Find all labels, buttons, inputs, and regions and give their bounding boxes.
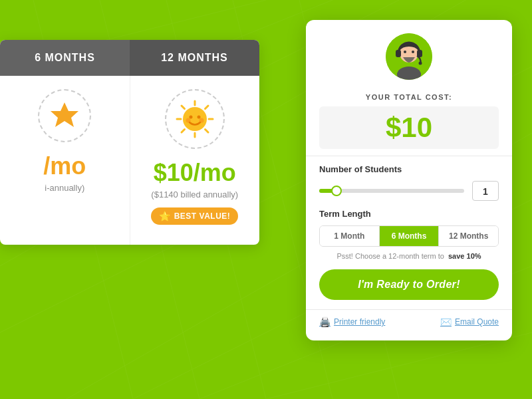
- star-icon-container: [38, 89, 91, 142]
- printer-icon: 🖨️: [319, 317, 331, 327]
- 6months-header: 6 MONTHS: [0, 40, 130, 76]
- support-avatar-icon: [386, 33, 432, 80]
- slider-row: 1: [319, 181, 499, 201]
- total-cost-value: $10: [319, 106, 499, 149]
- term-6months-button[interactable]: 6 Months: [380, 226, 440, 246]
- 12months-header: 12 MONTHS: [130, 40, 259, 76]
- svg-line-24: [182, 130, 185, 133]
- pricing-body: /mo i-annually): [0, 76, 259, 245]
- svg-line-21: [182, 106, 185, 109]
- printer-friendly-text: Printer friendly: [334, 317, 385, 327]
- 12months-price: $10/mo: [140, 159, 250, 187]
- printer-friendly-link[interactable]: 🖨️ Printer friendly: [319, 317, 385, 327]
- term-section: Term Length 1 Month 6 Months 12 Months P…: [306, 209, 512, 260]
- save-hint-text: Psst! Choose a 12-month term to: [336, 252, 444, 260]
- slider-track[interactable]: [319, 189, 464, 193]
- save-hint: Psst! Choose a 12-month term to save 10%: [319, 252, 499, 260]
- svg-point-36: [419, 62, 422, 65]
- divider-1: [306, 156, 512, 156]
- order-panel: YOUR TOTAL COST: $10 Number of Students …: [306, 20, 512, 340]
- svg-point-32: [404, 51, 406, 53]
- term-buttons-group: 1 Month 6 Months 12 Months: [319, 225, 499, 247]
- 12months-col: $10/mo ($1140 billed annually) ⭐ BEST VA…: [130, 76, 260, 245]
- sun-icon-container: [165, 89, 225, 149]
- term-12months-button[interactable]: 12 Months: [439, 226, 498, 246]
- svg-line-13: [266, 332, 532, 399]
- svg-point-28: [199, 118, 203, 123]
- pricing-table: 6 MONTHS 12 MONTHS /mo i-annually): [0, 40, 259, 245]
- best-value-text: BEST VALUE!: [174, 211, 231, 221]
- svg-point-27: [186, 118, 190, 123]
- 6months-label: 6 MONTHS: [35, 52, 95, 63]
- svg-marker-15: [51, 102, 78, 127]
- svg-line-22: [205, 130, 208, 133]
- pricing-headers: 6 MONTHS 12 MONTHS: [0, 40, 259, 76]
- slider-value-display[interactable]: 1: [472, 181, 499, 201]
- term-label: Term Length: [319, 209, 499, 219]
- sun-icon: [174, 98, 215, 140]
- slider-thumb[interactable]: [331, 186, 342, 196]
- svg-point-33: [412, 51, 414, 53]
- panel-footer: 🖨️ Printer friendly ✉️ Email Quote: [306, 317, 512, 327]
- 12months-sub: ($1140 billed annually): [140, 190, 250, 200]
- term-1month-button[interactable]: 1 Month: [320, 226, 380, 246]
- avatar: [386, 33, 432, 80]
- 12months-label: 12 MONTHS: [161, 52, 228, 63]
- order-button[interactable]: I'm Ready to Order!: [319, 269, 499, 300]
- total-cost-label: YOUR TOTAL COST:: [306, 93, 512, 101]
- star-shape-icon: [48, 99, 81, 132]
- save-hint-emphasis: save 10%: [448, 252, 481, 260]
- best-value-badge: ⭐ BEST VALUE!: [151, 207, 238, 225]
- 6months-price: /mo: [10, 152, 120, 180]
- svg-point-25: [189, 116, 192, 119]
- students-label: Number of Students: [319, 164, 499, 174]
- students-section: Number of Students 1: [306, 164, 512, 201]
- svg-point-26: [197, 116, 200, 119]
- footer-divider: [306, 309, 512, 310]
- 6months-sub: i-annually): [10, 183, 120, 193]
- email-quote-link[interactable]: ✉️ Email Quote: [440, 317, 499, 327]
- email-quote-text: Email Quote: [455, 317, 499, 327]
- svg-rect-34: [396, 50, 401, 57]
- avatar-section: [306, 20, 512, 93]
- 6months-col: /mo i-annually): [0, 76, 130, 245]
- badge-star-icon: ⭐: [159, 211, 171, 221]
- svg-line-23: [205, 106, 208, 109]
- email-icon: ✉️: [440, 317, 452, 327]
